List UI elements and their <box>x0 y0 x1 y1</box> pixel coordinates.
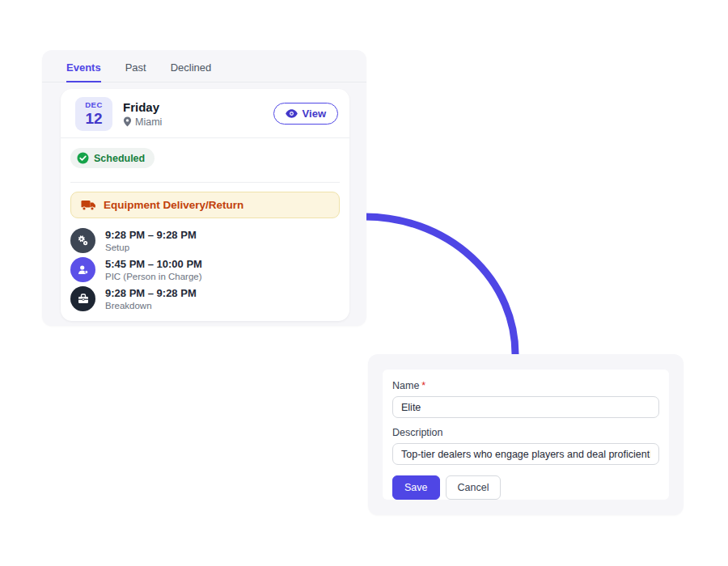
equipment-banner-label: Equipment Delivery/Return <box>104 199 243 211</box>
timeline-row-pic[interactable]: 5:45 PM – 10:00 PM PIC (Person in Charge… <box>70 257 340 282</box>
event-location-label: Miami <box>135 116 162 128</box>
timeline-row-breakdown[interactable]: 9:28 PM – 9:28 PM Breakdown <box>70 286 340 311</box>
cancel-button[interactable]: Cancel <box>446 475 502 500</box>
timeline-time: 9:28 PM – 9:28 PM <box>105 287 197 299</box>
event-month: DEC <box>85 101 103 109</box>
tab-events[interactable]: Events <box>66 61 101 82</box>
status-badge: Scheduled <box>70 148 154 168</box>
event-day: 12 <box>85 111 102 126</box>
form-card: Name* Description Save Cancel <box>383 370 669 500</box>
timeline-time: 9:28 PM – 9:28 PM <box>105 229 197 241</box>
page: Events Past Declined DEC 12 Friday Miami <box>0 0 728 566</box>
form-panel: Name* Description Save Cancel <box>368 354 684 515</box>
timeline-label: Setup <box>105 243 197 252</box>
event-card-header: DEC 12 Friday Miami <box>61 89 349 137</box>
eye-icon <box>286 109 298 118</box>
view-button-label: View <box>303 108 326 120</box>
name-field[interactable] <box>392 396 659 418</box>
timeline: 9:28 PM – 9:28 PM Setup 5:45 PM – 10:00 … <box>61 224 349 321</box>
tab-past[interactable]: Past <box>125 61 146 82</box>
description-label: Description <box>392 427 659 438</box>
person-icon <box>70 257 95 282</box>
section-divider <box>70 182 340 183</box>
event-location: Miami <box>123 116 162 128</box>
events-panel: Events Past Declined DEC 12 Friday Miami <box>42 50 366 326</box>
event-card: DEC 12 Friday Miami <box>61 89 349 321</box>
tab-bar: Events Past Declined <box>42 50 366 82</box>
event-title: Friday <box>123 100 162 114</box>
required-asterisk: * <box>421 380 425 391</box>
name-label: Name* <box>392 380 659 391</box>
status-row: Scheduled <box>61 138 349 182</box>
check-circle-icon <box>77 152 89 164</box>
event-date-block: DEC 12 <box>75 97 112 131</box>
timeline-label: Breakdown <box>105 301 197 310</box>
equipment-banner: Equipment Delivery/Return <box>70 192 340 218</box>
location-pin-icon <box>123 116 132 127</box>
gears-icon <box>70 228 95 253</box>
view-button[interactable]: View <box>273 103 338 125</box>
box-icon <box>70 286 95 311</box>
timeline-time: 5:45 PM – 10:00 PM <box>105 258 202 270</box>
save-button[interactable]: Save <box>392 475 440 500</box>
tab-declined[interactable]: Declined <box>171 61 212 82</box>
truck-icon <box>81 200 96 211</box>
description-field[interactable] <box>392 443 659 465</box>
timeline-row-setup[interactable]: 9:28 PM – 9:28 PM Setup <box>70 228 340 253</box>
timeline-label: PIC (Person in Charge) <box>105 272 202 281</box>
status-badge-label: Scheduled <box>94 153 145 164</box>
